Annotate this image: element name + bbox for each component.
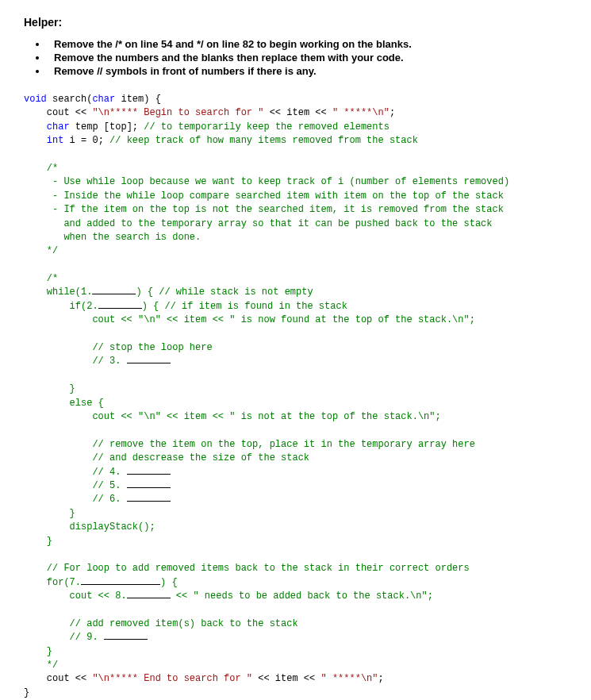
comment: // keep track of how many items removed … — [109, 135, 418, 146]
blank-1 — [92, 294, 136, 294]
comment-blank: // 5. — [24, 480, 171, 491]
string-literal: "\n***** End to search for " — [92, 673, 252, 684]
code-block: void search(char item) { cout << "\n****… — [24, 93, 567, 700]
comment-block: /* — [47, 273, 58, 284]
string-literal: " *****\n" — [320, 673, 378, 684]
code-line: } — [24, 646, 52, 657]
keyword-void: void — [24, 94, 47, 105]
code-line: cout << 8. << " needs to be added back t… — [24, 590, 433, 602]
comment-blank: // 6. — [24, 494, 171, 505]
blank-2 — [98, 308, 142, 309]
comment-block-close: */ — [47, 245, 58, 256]
code-line: cout << "\n" << item << " is now found a… — [24, 314, 475, 325]
code-text: i = 0; — [63, 135, 109, 146]
keyword-char: char — [92, 94, 115, 105]
comment-line: when the search is done. — [24, 232, 201, 243]
string-literal: "\n***** Begin to search for " — [92, 107, 263, 118]
blank-4 — [127, 474, 171, 475]
blank-9 — [104, 639, 148, 640]
code-line: if(2.) { // if item is found in the stac… — [24, 301, 347, 312]
code-line: else { — [24, 398, 104, 409]
comment-block-close: */ — [47, 660, 58, 671]
code-text: } — [24, 687, 29, 698]
comment: // For loop to add removed items back to… — [24, 563, 470, 574]
code-text: << item << — [252, 673, 320, 684]
blank-5 — [127, 487, 171, 488]
comment-blank: // 3. — [24, 356, 171, 367]
code-line: cout << "\n" << item << " is not at the … — [24, 411, 441, 422]
comment-line: - Use while loop because we want to keep… — [24, 176, 509, 187]
code-text: cout << — [24, 107, 92, 118]
code-line: } — [24, 536, 52, 547]
helper-item: Remove the /* on line 54 and */ on line … — [48, 38, 567, 50]
comment: // stop the loop here — [24, 342, 213, 353]
blank-7 — [81, 584, 160, 585]
blank-8 — [127, 598, 171, 598]
code-line: displayStack(); — [24, 521, 155, 533]
code-text: temp [top]; — [70, 121, 144, 133]
code-line: } — [24, 383, 75, 394]
helper-title: Helper: — [24, 16, 567, 29]
comment-block: /* — [47, 163, 58, 174]
code-text: << item << — [263, 107, 332, 118]
code-line: } — [24, 508, 75, 519]
blank-3 — [127, 363, 171, 363]
string-literal: " *****\n" — [332, 107, 390, 118]
comment: // remove the item on the top, place it … — [24, 439, 475, 450]
comment: // to temporarily keep the removed eleme… — [144, 121, 390, 133]
code-text: item) { — [115, 94, 161, 105]
code-text: search( — [47, 94, 93, 105]
comment-line: - If the item on the top is not the sear… — [24, 204, 504, 215]
keyword-int: int — [47, 135, 64, 146]
comment-line: - Inside the while loop compare searched… — [24, 190, 504, 202]
helper-item: Remove // symbols in front of numbers if… — [48, 65, 567, 77]
code-text: ; — [378, 673, 384, 684]
helper-list: Remove the /* on line 54 and */ on line … — [48, 38, 567, 77]
comment-blank: // 9. — [24, 632, 148, 643]
comment: // and descrease the size of the stack — [24, 452, 309, 463]
code-line: while(1.) { // while stack is not empty — [24, 287, 313, 298]
blank-6 — [127, 501, 171, 502]
comment: // add removed item(s) back to the stack — [24, 618, 298, 629]
keyword-char: char — [47, 121, 70, 133]
comment-blank: // 4. — [24, 467, 171, 478]
code-text: cout << — [24, 673, 92, 684]
code-text: ; — [390, 107, 395, 118]
code-line: for(7.) { — [24, 577, 178, 588]
comment-line: and added to the temporary array so that… — [24, 218, 493, 229]
helper-item: Remove the numbers and the blanks then r… — [48, 52, 567, 63]
